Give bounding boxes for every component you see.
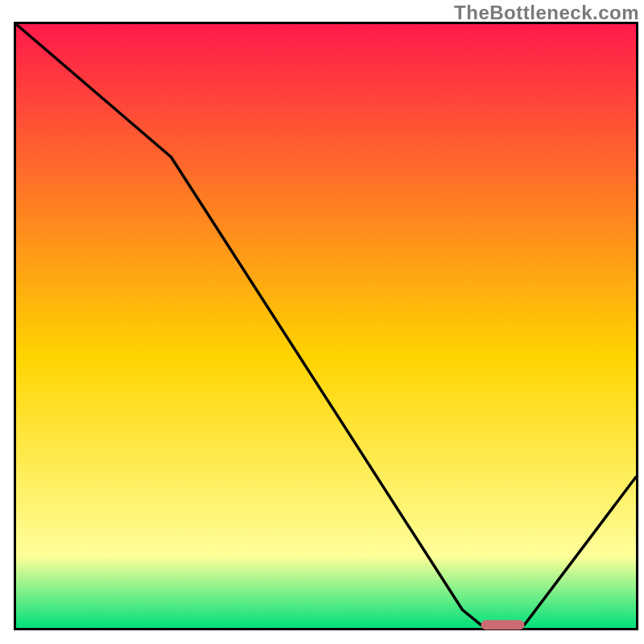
optimal-range-marker [481,620,525,630]
watermark-text: TheBottleneck.com [454,2,639,24]
plot-background [16,24,636,628]
chart-container: { "watermark": "TheBottleneck.com", "cha… [0,0,644,644]
bottleneck-curve-chart [0,0,644,644]
